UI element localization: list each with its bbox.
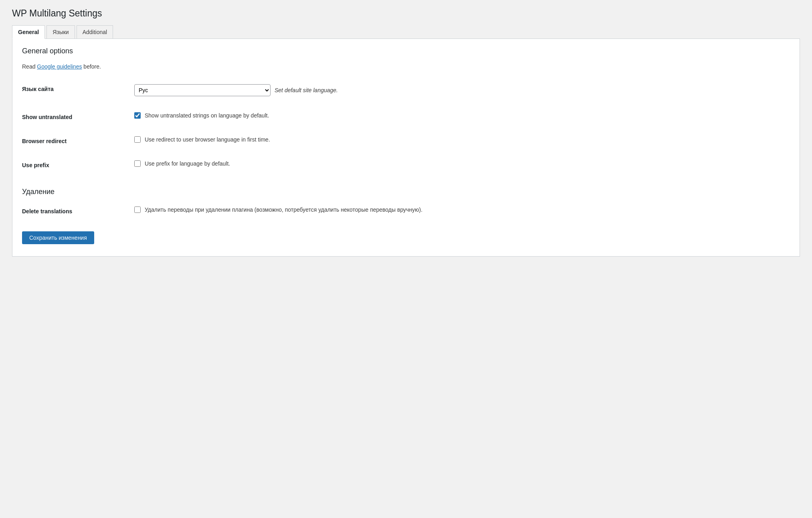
delete-translations-checkbox[interactable] [134,206,141,213]
show-untranslated-checkbox[interactable] [134,112,141,119]
tabs-bar: General Языки Additional [12,25,800,39]
use-prefix-row: Use prefix Use prefix for language by de… [22,156,790,173]
use-prefix-label: Use prefix [22,160,134,168]
browser-redirect-description: Use redirect to user browser language in… [145,136,270,143]
use-prefix-description: Use prefix for language by default. [145,160,230,167]
site-language-control: Рус Set default site language. [134,84,790,96]
tab-additional[interactable]: Additional [77,25,113,38]
tab-languages[interactable]: Языки [46,25,75,38]
delete-section-heading: Удаление [22,188,790,196]
google-guidelines-link[interactable]: Google guidelines [37,63,82,70]
delete-translations-label: Delete translations [22,206,134,214]
delete-translations-control: Удалить переводы при удалении плагина (в… [134,206,790,213]
tab-general[interactable]: General [12,25,45,39]
show-untranslated-label: Show untranslated [22,112,134,120]
browser-redirect-label: Browser redirect [22,136,134,144]
delete-translations-description: Удалить переводы при удалении плагина (в… [145,206,422,213]
intro-text: Read Google guidelines before. [22,63,790,70]
show-untranslated-control: Show untranslated strings on language by… [134,112,790,119]
show-untranslated-row: Show untranslated Show untranslated stri… [22,107,790,125]
save-button[interactable]: Сохранить изменения [22,231,94,244]
browser-redirect-row: Browser redirect Use redirect to user br… [22,132,790,149]
site-language-description: Set default site language. [275,87,338,93]
show-untranslated-description: Show untranslated strings on language by… [145,112,269,119]
delete-translations-row: Delete translations Удалить переводы при… [22,202,790,219]
general-options-heading: General options [22,47,790,58]
browser-redirect-control: Use redirect to user browser language in… [134,136,790,143]
content-area: General options Read Google guidelines b… [12,39,800,257]
site-language-label: Язык сайта [22,84,134,92]
intro-suffix: before. [82,63,101,70]
page-title: WP Multilang Settings [12,8,800,19]
intro-prefix: Read [22,63,37,70]
use-prefix-control: Use prefix for language by default. [134,160,790,167]
site-language-select[interactable]: Рус [134,84,271,96]
use-prefix-checkbox[interactable] [134,160,141,167]
site-language-row: Язык сайта Рус Set default site language… [22,79,790,101]
browser-redirect-checkbox[interactable] [134,136,141,143]
